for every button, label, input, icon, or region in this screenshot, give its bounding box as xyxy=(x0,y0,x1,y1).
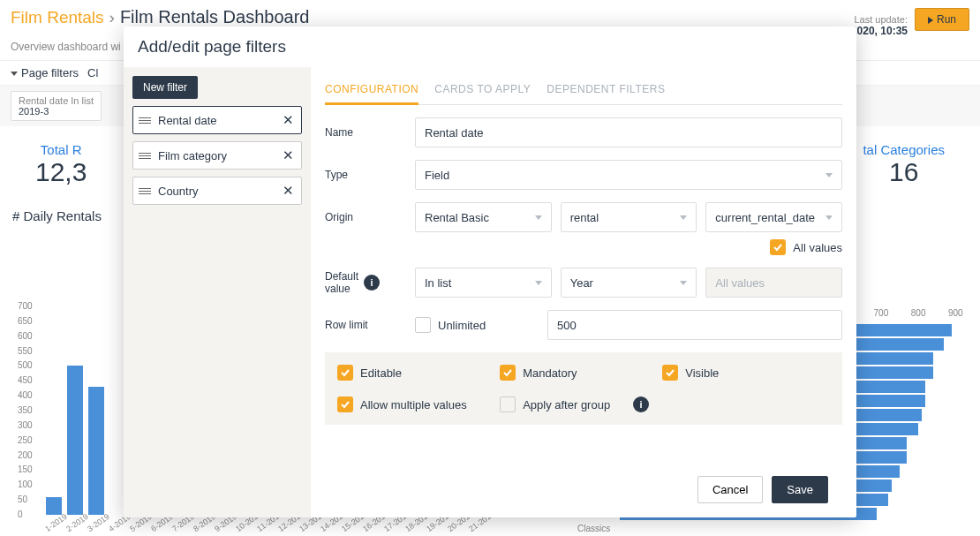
chevron-down-icon xyxy=(535,215,542,220)
filter-item-country[interactable]: Country ✕ xyxy=(132,177,302,205)
default-granularity-value: Year xyxy=(570,276,593,290)
info-icon[interactable]: i xyxy=(364,275,380,291)
mandatory-checkbox[interactable] xyxy=(500,365,516,381)
name-label: Name xyxy=(325,126,406,139)
type-select[interactable]: Field xyxy=(415,160,842,190)
mandatory-label: Mandatory xyxy=(523,366,577,380)
chevron-down-icon xyxy=(825,173,833,177)
origin-entity-select[interactable]: rental xyxy=(561,202,697,232)
unlimited-label: Unlimited xyxy=(438,319,486,332)
row-limit-input[interactable] xyxy=(547,310,842,340)
tab-cards-to-apply[interactable]: CARDS TO APPLY xyxy=(434,76,531,104)
chevron-down-icon xyxy=(680,281,687,285)
default-value-label: Defaultvalue i xyxy=(325,270,406,295)
origin-datasource-select[interactable]: Rental Basic xyxy=(415,202,552,232)
origin-datasource-value: Rental Basic xyxy=(425,211,489,224)
filter-item-label: Film category xyxy=(158,149,274,162)
editable-checkbox[interactable] xyxy=(337,365,353,381)
type-label: Type xyxy=(325,169,406,181)
default-value-input: All values xyxy=(705,268,842,298)
default-granularity-select[interactable]: Year xyxy=(561,268,697,298)
drag-handle-icon[interactable] xyxy=(139,117,151,124)
remove-filter-icon[interactable]: ✕ xyxy=(281,183,296,199)
filter-item-film-category[interactable]: Film category ✕ xyxy=(132,141,302,170)
row-limit-label: Row limit xyxy=(325,319,406,331)
modal-title: Add/edit page filters xyxy=(124,26,856,67)
chevron-down-icon xyxy=(680,215,687,220)
origin-field-value: current_rental_date xyxy=(715,211,815,224)
remove-filter-icon[interactable]: ✕ xyxy=(281,147,296,163)
filters-modal: Add/edit page filters New filter Rental … xyxy=(124,26,856,517)
origin-entity-value: rental xyxy=(570,211,599,224)
origin-label: Origin xyxy=(325,211,406,223)
remove-filter-icon[interactable]: ✕ xyxy=(281,112,296,128)
info-icon[interactable]: i xyxy=(633,396,649,412)
cancel-button[interactable]: Cancel xyxy=(697,476,763,503)
filter-item-rental-date[interactable]: Rental date ✕ xyxy=(132,106,302,134)
allow-multiple-label: Allow multiple values xyxy=(360,398,467,411)
apply-after-group-label: Apply after group xyxy=(523,398,610,411)
default-value-placeholder: All values xyxy=(715,276,765,290)
filter-item-label: Country xyxy=(158,185,274,198)
tab-dependent-filters[interactable]: DEPENDENT FILTERS xyxy=(547,76,665,104)
allow-multiple-checkbox[interactable] xyxy=(337,396,353,412)
editable-label: Editable xyxy=(360,366,402,380)
filters-sidebar: New filter Rental date ✕ Film category ✕… xyxy=(124,67,311,517)
drag-handle-icon[interactable] xyxy=(139,188,151,194)
type-value: Field xyxy=(425,169,449,182)
save-button[interactable]: Save xyxy=(772,476,828,503)
origin-field-select[interactable]: current_rental_date xyxy=(705,202,842,232)
visible-checkbox[interactable] xyxy=(662,365,678,381)
filter-item-label: Rental date xyxy=(158,114,274,127)
default-operator-select[interactable]: In list xyxy=(415,268,552,298)
new-filter-button[interactable]: New filter xyxy=(132,76,198,99)
apply-after-group-checkbox[interactable] xyxy=(500,396,516,412)
drag-handle-icon[interactable] xyxy=(139,153,151,159)
chevron-down-icon xyxy=(535,281,542,285)
all-values-checkbox[interactable] xyxy=(770,239,786,255)
all-values-label: All values xyxy=(793,241,842,254)
unlimited-checkbox[interactable] xyxy=(415,317,431,333)
visible-label: Visible xyxy=(685,366,719,380)
default-operator-value: In list xyxy=(425,276,451,290)
chevron-down-icon xyxy=(825,215,833,220)
tab-configuration[interactable]: CONFIGURATION xyxy=(325,76,418,104)
name-input[interactable] xyxy=(415,117,842,147)
